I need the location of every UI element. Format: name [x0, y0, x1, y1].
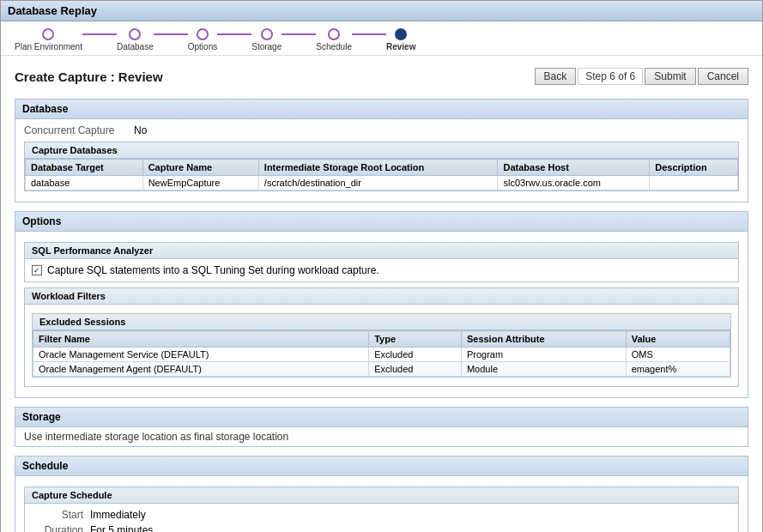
step-label-database: Database [117, 42, 154, 51]
sql-checkbox-row: ✓ Capture SQL statements into a SQL Tuni… [25, 259, 738, 281]
concurrent-value: No [134, 124, 147, 136]
sql-checkbox-label: Capture SQL statements into a SQL Tuning… [47, 264, 379, 276]
connector-3 [217, 33, 251, 35]
step-plan-environment[interactable]: Plan Environment [15, 28, 82, 51]
step-info: Step 6 of 6 [578, 68, 643, 85]
capture-schedule-subsection: Capture Schedule Start Immediately Durat… [24, 487, 739, 532]
step-database[interactable]: Database [117, 28, 154, 51]
col-description: Description [650, 160, 738, 176]
window-title-text: Database Replay [8, 4, 97, 17]
storage-section-header: Storage [15, 408, 748, 427]
capture-databases-header: Capture Databases [25, 142, 738, 159]
capture-databases-table: Database Target Capture Name Intermediat… [25, 159, 738, 190]
main-window: Database Replay Plan Environment Databas… [0, 0, 763, 532]
step-circle-database [129, 28, 141, 40]
step-review[interactable]: Review [386, 28, 415, 51]
step-circle-storage [261, 28, 273, 40]
options-section-header: Options [15, 212, 748, 232]
page-title: Create Capture : Review [15, 70, 163, 84]
col-database-host: Database Host [498, 160, 650, 176]
schedule-section-body: Capture Schedule Start Immediately Durat… [15, 476, 748, 532]
col-value: Value [626, 331, 730, 348]
storage-text: Use intermediate storage location as fin… [15, 427, 748, 446]
options-section: Options SQL Performance Analyzer ✓ Captu… [15, 211, 748, 398]
step-circle-plan-environment [42, 28, 54, 40]
connector-4 [282, 33, 316, 35]
capture-start-label: Start [32, 509, 83, 521]
table-row: Oracle Management Service (DEFAULT)Exclu… [33, 348, 730, 362]
schedule-section-header: Schedule [15, 456, 748, 476]
storage-section: Storage Use intermediate storage locatio… [15, 407, 748, 447]
content-area: Create Capture : Review Back Step 6 of 6… [1, 56, 762, 532]
sql-perf-subsection: SQL Performance Analyzer ✓ Capture SQL s… [24, 242, 739, 282]
excluded-sessions-header: Excluded Sessions [33, 314, 730, 330]
step-circle-schedule [328, 28, 340, 40]
col-storage-root: Intermediate Storage Root Location [258, 160, 498, 176]
workload-filters-subsection: Workload Filters Excluded Sessions Filte… [24, 287, 739, 387]
concurrent-label: Concurrent Capture [24, 124, 127, 136]
capture-duration-value: For 5 minutes [90, 524, 153, 532]
step-circle-review [395, 28, 407, 40]
concurrent-capture-row: Concurrent Capture No [24, 124, 739, 136]
window-title: Database Replay [1, 1, 762, 21]
step-storage[interactable]: Storage [251, 28, 282, 51]
connector-2 [154, 33, 188, 35]
step-label-schedule: Schedule [316, 42, 352, 51]
connector-1 [82, 33, 117, 35]
capture-start-value: Immediately [90, 509, 146, 521]
step-label-storage: Storage [251, 42, 282, 51]
col-capture-name: Capture Name [142, 160, 258, 176]
excluded-sessions-table: Filter Name Type Session Attribute Value… [33, 330, 730, 377]
table-row: databaseNewEmpCapture/scratch/destinatio… [26, 176, 738, 190]
step-label-review: Review [386, 42, 415, 51]
workload-filters-header: Workload Filters [25, 288, 738, 305]
col-type: Type [369, 331, 462, 348]
capture-schedule-header: Capture Schedule [25, 487, 738, 504]
database-section-header: Database [15, 100, 748, 119]
step-schedule[interactable]: Schedule [316, 28, 352, 51]
step-label-plan-environment: Plan Environment [15, 42, 82, 51]
sql-checkbox[interactable]: ✓ [32, 265, 42, 275]
sql-perf-header: SQL Performance Analyzer [25, 243, 738, 259]
wizard-nav: Plan Environment Database Options Storag… [1, 21, 762, 56]
schedule-section: Schedule Capture Schedule Start Immediat… [15, 456, 748, 532]
cancel-button[interactable]: Cancel [698, 68, 748, 85]
connector-5 [352, 33, 386, 35]
back-button[interactable]: Back [535, 68, 577, 85]
excluded-sessions-subsection: Excluded Sessions Filter Name Type Sessi… [32, 313, 731, 378]
options-section-body: SQL Performance Analyzer ✓ Capture SQL s… [15, 232, 748, 397]
capture-databases-subsection: Capture Databases Database Target Captur… [24, 142, 739, 191]
nav-buttons: Back Step 6 of 6 Submit Cancel [535, 68, 748, 85]
wizard-steps: Plan Environment Database Options Storag… [15, 28, 748, 51]
submit-button[interactable]: Submit [645, 68, 695, 85]
step-circle-options [197, 28, 209, 40]
col-session-attr: Session Attribute [461, 331, 626, 348]
database-section-body: Concurrent Capture No Capture Databases … [15, 119, 748, 202]
page-header: Create Capture : Review Back Step 6 of 6… [15, 63, 748, 90]
capture-duration-row: Duration For 5 minutes [25, 523, 738, 532]
step-label-options: Options [188, 42, 217, 51]
col-database-target: Database Target [26, 160, 143, 176]
database-section: Database Concurrent Capture No Capture D… [15, 99, 748, 203]
table-row: Oracle Management Agent (DEFAULT)Exclude… [33, 362, 730, 377]
capture-duration-label: Duration [32, 524, 83, 532]
capture-start-row: Start Immediately [25, 507, 738, 523]
col-filter-name: Filter Name [33, 331, 369, 348]
step-options[interactable]: Options [188, 28, 217, 51]
